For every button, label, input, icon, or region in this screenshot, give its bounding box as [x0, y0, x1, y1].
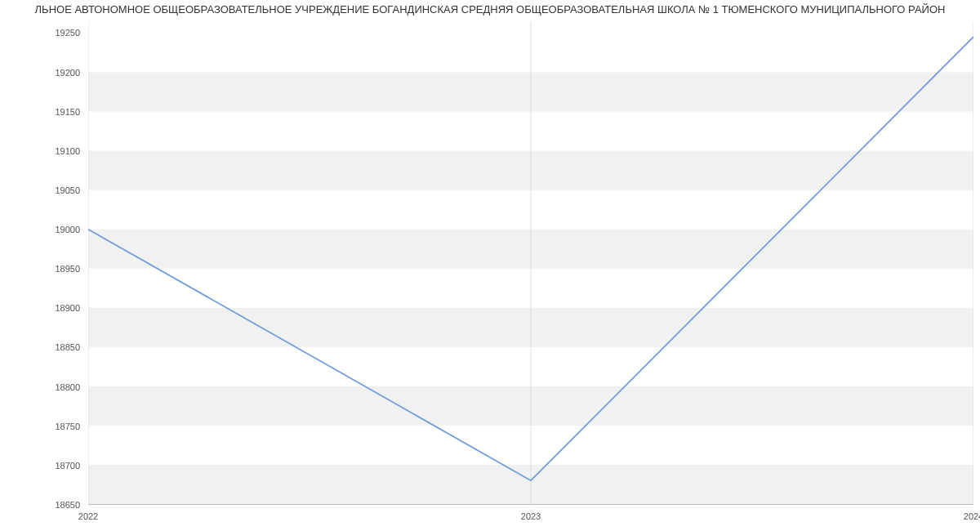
y-tick-label: 19000: [55, 225, 80, 234]
y-tick-label: 18700: [55, 461, 80, 471]
y-tick-label: 18950: [55, 264, 80, 274]
y-tick-label: 18900: [55, 303, 80, 313]
x-tick-label: 2023: [521, 511, 541, 521]
chart-title: ЛЬНОЕ АВТОНОМНОЕ ОБЩЕОБРАЗОВАТЕЛЬНОЕ УЧР…: [0, 3, 980, 16]
y-tick-label: 19200: [55, 68, 80, 78]
y-tick-label: 19050: [55, 185, 80, 195]
y-tick-label: 18750: [55, 422, 80, 431]
y-tick-label: 18850: [55, 342, 80, 352]
plot-area: [88, 21, 973, 505]
y-axis: 1865018700187501880018850189001895019000…: [0, 21, 88, 505]
chart-svg: [88, 21, 973, 504]
y-tick-label: 19250: [55, 28, 80, 38]
y-tick-label: 19150: [55, 107, 80, 117]
x-tick-label: 2024: [964, 511, 980, 521]
y-tick-label: 19100: [55, 146, 80, 156]
x-tick-label: 2022: [78, 511, 98, 521]
x-axis: 202220232024: [88, 505, 973, 531]
y-tick-label: 18800: [55, 382, 80, 392]
y-tick-label: 18650: [55, 500, 80, 510]
